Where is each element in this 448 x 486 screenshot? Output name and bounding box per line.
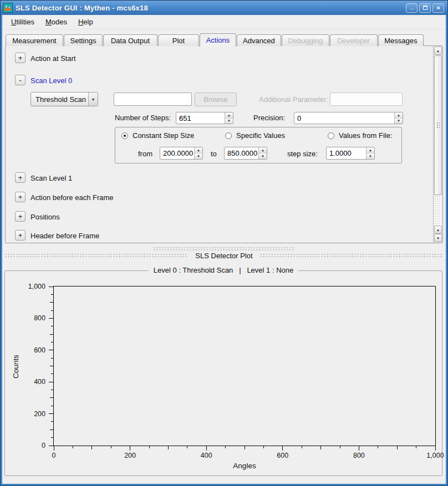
x-tick [149,446,150,448]
tab-settings[interactable]: Settings [64,34,103,46]
x-tick [263,446,264,448]
spin-down-icon[interactable]: ▼ [225,119,233,124]
step-size-label: step size: [287,150,318,158]
window-title: SLS Detector GUI : Mythen - mcs6x18 [16,4,403,12]
close-icon: × [436,4,440,11]
y-tick [51,358,53,359]
maximize-button[interactable] [419,3,431,13]
splitter-grip-icon [153,247,295,250]
action-at-start-label: Action at Start [30,54,76,63]
combo-dropdown-icon[interactable]: ▼ [88,93,98,106]
tab-plot[interactable]: Plot [158,34,199,46]
splitter-grip-icon [4,253,189,258]
tab-data-output[interactable]: Data Output [103,34,157,46]
step-size-spinbox[interactable]: ▲ ▼ [326,147,375,160]
scan-script-input[interactable] [114,93,192,106]
toggle-scan-level-0-button[interactable]: - [15,75,26,85]
precision-input[interactable] [294,112,394,124]
scan-level-1-label: Scan Level 1 [30,174,72,182]
y-tick [49,446,53,446]
scrollbar-thumb[interactable] [434,55,442,195]
x-tick-label: 1,000 [419,452,446,459]
header-before-frame-label: Header before Frame [30,232,99,240]
y-tick [51,406,53,406]
radio-checked-icon[interactable] [121,132,128,139]
toggle-header-before-frame-button[interactable]: + [15,230,26,241]
plot-title: Level 0 : Threshold Scan | Level 1 : Non… [149,266,298,274]
to-label: to [211,150,217,158]
y-tick [49,382,53,382]
minimize-button[interactable]: _ [406,3,418,13]
menu-bar: Utilities Modes Help [2,15,446,29]
to-spinbox[interactable]: ▲ ▼ [224,147,267,160]
minimize-icon: _ [410,2,414,10]
scrollbar-track[interactable] [434,196,442,225]
menu-item-help[interactable]: Help [73,16,99,28]
toggle-scan-level-1-button[interactable]: + [15,172,26,183]
spin-up-icon[interactable]: ▲ [395,112,403,119]
x-tick [91,446,92,449]
y-tick [49,287,53,287]
x-tick-label: 600 [266,452,299,459]
title-bar[interactable]: SLS Detector GUI : Mythen - mcs6x18 _ × [1,1,447,15]
radio-constant-step-size-label: Constant Step Size [133,131,194,140]
maximize-icon [423,6,427,10]
tab-debugging: Debugging [282,34,329,46]
radio-specific-values[interactable]: Specific Values [225,131,285,140]
precision-spinbox[interactable]: ▲ ▼ [294,112,403,124]
x-tick [378,446,378,448]
y-tick [51,342,53,342]
scrollbar-grip-icon [436,122,440,129]
from-spinbox[interactable]: ▲ ▼ [160,147,203,160]
radio-constant-step-size[interactable]: Constant Step Size [121,131,194,140]
spin-up-icon[interactable]: ▲ [366,147,374,154]
x-tick [359,446,359,451]
positions-label: Positions [30,213,60,221]
number-of-steps-input[interactable] [176,112,225,124]
x-tick [340,446,340,448]
x-axis-label: Angles [53,462,436,470]
menu-item-utilities[interactable]: Utilities [6,16,40,28]
radio-values-from-file[interactable]: Values from File: [328,131,393,140]
spin-up-icon[interactable]: ▲ [225,112,233,119]
close-button[interactable]: × [432,3,444,13]
tab-measurement[interactable]: Measurement [6,34,63,46]
radio-unchecked-icon[interactable] [225,132,232,139]
x-tick [73,446,73,448]
scrollbar-up-button[interactable]: ▲ [434,47,442,55]
toggle-positions-button[interactable]: + [15,211,26,222]
vertical-scrollbar[interactable]: ▲ ▲ ▼ [433,46,442,243]
x-tick [206,446,207,451]
scrollbar-down-button[interactable]: ▼ [434,234,442,242]
x-tick [225,446,226,448]
y-tick [51,294,53,295]
step-size-input[interactable] [327,147,366,159]
to-input[interactable] [225,147,258,159]
x-tick [435,446,436,451]
scan-mode-select[interactable]: Threshold Scan ▼ [30,92,98,106]
radio-unchecked-icon[interactable] [328,132,334,139]
number-of-steps-label: Number of Steps: [115,114,171,122]
from-input[interactable] [160,147,194,159]
number-of-steps-spinbox[interactable]: ▲ ▼ [176,112,233,124]
scrollbar-up-button-2[interactable]: ▲ [434,226,442,234]
x-tick [397,446,398,449]
spin-up-icon[interactable]: ▲ [195,147,202,154]
spin-down-icon[interactable]: ▼ [366,154,374,159]
y-tick [50,366,53,366]
tab-advanced[interactable]: Advanced [237,34,281,46]
splitter-handle[interactable]: SLS Detector Plot [2,244,446,264]
tab-messages[interactable]: Messages [378,34,424,46]
x-tick [416,446,416,448]
spin-down-icon[interactable]: ▼ [395,119,403,124]
toggle-action-before-frame-button[interactable]: + [15,192,26,202]
x-tick-label: 800 [342,452,375,459]
y-tick [50,397,53,398]
y-tick [49,318,53,319]
tab-actions[interactable]: Actions [200,33,236,47]
spin-up-icon[interactable]: ▲ [259,147,267,154]
spin-down-icon[interactable]: ▼ [259,154,267,159]
menu-item-modes[interactable]: Modes [40,16,73,28]
spin-down-icon[interactable]: ▼ [195,154,202,159]
toggle-action-at-start-button[interactable]: + [15,53,26,63]
